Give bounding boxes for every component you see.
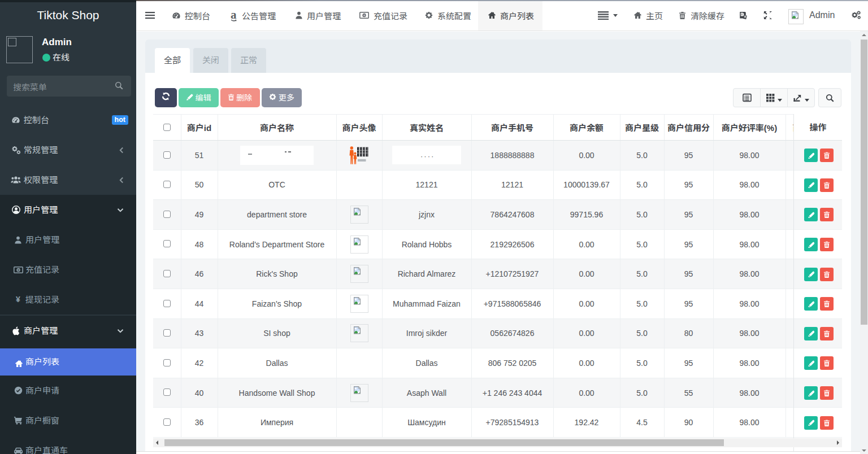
- svg-text:0: 0: [17, 268, 19, 272]
- svg-text:0: 0: [363, 14, 366, 18]
